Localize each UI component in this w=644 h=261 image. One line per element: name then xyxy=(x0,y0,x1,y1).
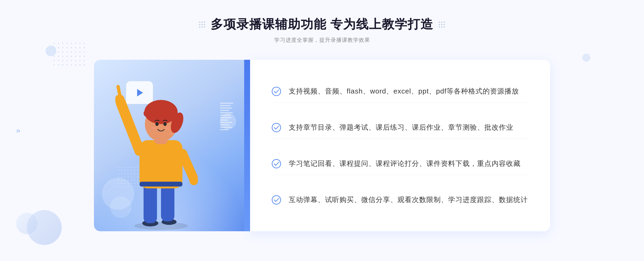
svg-point-24 xyxy=(272,196,281,204)
chevron-icon-1: » xyxy=(16,127,20,134)
check-icon-2 xyxy=(272,123,281,132)
features-card: 支持视频、音频、flash、word、excel、ppt、pdf等各种格式的资源… xyxy=(250,60,550,231)
svg-line-6 xyxy=(121,103,140,151)
svg-line-8 xyxy=(118,87,120,95)
feature-item-4: 互动弹幕、试听购买、微信分享、观看次数限制、学习进度跟踪、数据统计 xyxy=(272,189,529,211)
bg-circle-bottom-left-small xyxy=(16,213,38,234)
feature-text-3: 学习笔记回看、课程提问、课程评论打分、课件资料下载，重点内容收藏 xyxy=(289,158,521,169)
svg-point-21 xyxy=(272,87,281,96)
page-subtitle: 学习进度全掌握，提升录播课教学效果 xyxy=(199,36,445,44)
check-icon-3 xyxy=(272,159,281,169)
bg-circle-top-left xyxy=(46,46,56,56)
svg-line-9 xyxy=(182,154,193,178)
svg-rect-5 xyxy=(140,140,182,188)
svg-point-23 xyxy=(272,159,281,168)
svg-point-15 xyxy=(144,108,162,119)
svg-point-18 xyxy=(152,126,157,130)
illustration-card xyxy=(94,60,244,231)
svg-rect-3 xyxy=(144,183,157,223)
feature-item-3: 学习笔记回看、课程提问、课程评论打分、课件资料下载，重点内容收藏 xyxy=(272,152,529,175)
feature-text-1: 支持视频、音频、flash、word、excel、ppt、pdf等各种格式的资源… xyxy=(289,86,519,96)
bg-circle-top-right xyxy=(582,54,590,62)
left-chevrons: » xyxy=(16,127,20,134)
svg-point-10 xyxy=(189,177,198,185)
svg-point-19 xyxy=(165,126,170,130)
svg-point-22 xyxy=(272,123,281,132)
check-icon-1 xyxy=(272,87,281,96)
svg-point-0 xyxy=(134,222,188,230)
feature-item-1: 支持视频、音频、flash、word、excel、ppt、pdf等各种格式的资源… xyxy=(272,80,529,103)
check-icon-4 xyxy=(272,195,281,205)
svg-rect-20 xyxy=(140,182,182,187)
feature-text-4: 互动弹幕、试听购买、微信分享、观看次数限制、学习进度跟踪、数据统计 xyxy=(289,195,528,205)
feature-text-2: 支持章节目录、弹题考试、课后练习、课后作业、章节测验、批改作业 xyxy=(289,122,513,133)
person-illustration xyxy=(115,81,207,231)
content-area: 支持视频、音频、flash、word、excel、ppt、pdf等各种格式的资源… xyxy=(94,60,550,231)
svg-point-17 xyxy=(163,122,167,126)
page-title: 多项录播课辅助功能 专为线上教学打造 xyxy=(211,16,434,33)
svg-point-16 xyxy=(155,122,159,126)
feature-item-2: 支持章节目录、弹题考试、课后练习、课后作业、章节测验、批改作业 xyxy=(272,116,529,139)
decorator-dots-left xyxy=(199,21,205,28)
vertical-separator xyxy=(244,60,250,231)
header-decorators: 多项录播课辅助功能 专为线上教学打造 xyxy=(199,16,445,33)
decorator-dots-right xyxy=(439,21,445,28)
page-container: (function() { const container = document… xyxy=(0,0,644,261)
bg-dots-top-left: (function() { const container = document… xyxy=(54,43,86,67)
circle-deco-3 xyxy=(220,113,236,129)
header-section: 多项录播课辅助功能 专为线上教学打造 学习进度全掌握，提升录播课教学效果 xyxy=(199,16,445,44)
